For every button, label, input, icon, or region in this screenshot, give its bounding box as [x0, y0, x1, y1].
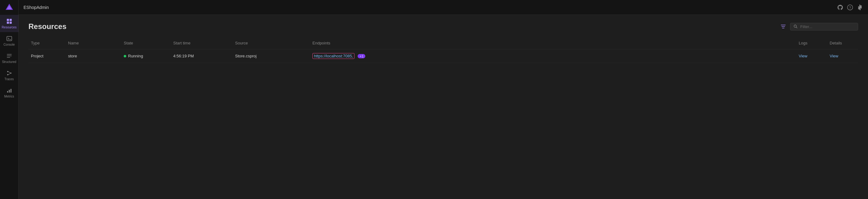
table-header: Type Name State Start time Source Endpoi…	[28, 37, 858, 49]
col-name: Name	[66, 39, 121, 47]
cell-name: store	[66, 52, 121, 59]
filter-input[interactable]	[800, 25, 855, 29]
svg-line-14	[8, 72, 10, 73]
svg-point-12	[10, 73, 11, 74]
search-icon	[794, 25, 798, 29]
github-icon[interactable]	[837, 4, 843, 10]
col-source: Source	[232, 39, 310, 47]
content-area: Resources	[19, 15, 868, 199]
status-dot	[124, 55, 126, 57]
filter-toggle-button[interactable]	[779, 22, 787, 31]
cell-logs: View	[796, 52, 827, 59]
table-row: Project store Running 4:56:19 PM Store.c…	[28, 49, 858, 63]
resources-table: Type Name State Start time Source Endpoi…	[28, 37, 858, 63]
topbar: EShopAdmin ?	[19, 0, 868, 15]
col-endpoints: Endpoints	[310, 39, 796, 47]
sidebar-item-structured[interactable]: Structured	[0, 49, 19, 67]
svg-rect-17	[9, 90, 9, 92]
sidebar-item-metrics-label: Metrics	[4, 95, 14, 98]
svg-point-13	[7, 74, 8, 75]
page-title: Resources	[28, 22, 66, 31]
col-state: State	[121, 39, 171, 47]
cell-endpoints: https://localhost:7085, +1	[310, 52, 796, 60]
help-icon[interactable]: ?	[847, 4, 853, 10]
svg-rect-2	[7, 19, 9, 21]
status-label: Running	[128, 54, 143, 58]
logs-view-link[interactable]: View	[799, 54, 807, 58]
settings-icon[interactable]	[857, 4, 863, 10]
endpoint-badge[interactable]: +1	[358, 54, 365, 58]
header-actions	[779, 22, 858, 31]
svg-rect-18	[10, 89, 11, 92]
svg-rect-5	[9, 22, 12, 24]
svg-rect-4	[7, 22, 9, 24]
cell-start-time: 4:56:19 PM	[171, 52, 232, 59]
main-area: EShopAdmin ?	[19, 0, 868, 199]
svg-text:?: ?	[849, 6, 851, 9]
svg-point-11	[7, 71, 8, 72]
col-details: Details	[827, 39, 858, 47]
page-header: Resources	[28, 22, 858, 31]
cell-source: Store.csproj	[232, 52, 310, 59]
svg-rect-6	[7, 36, 12, 41]
cell-type: Project	[28, 52, 66, 59]
sidebar-item-metrics[interactable]: Metrics	[0, 84, 19, 101]
endpoint-link-wrapper: https://localhost:7085,	[312, 53, 354, 59]
topbar-left: EShopAdmin	[19, 5, 49, 10]
sidebar-item-resources[interactable]: Resources	[0, 15, 19, 32]
filter-input-wrapper	[790, 23, 858, 31]
svg-point-24	[794, 25, 797, 28]
svg-line-15	[8, 73, 10, 75]
status-running: Running	[124, 54, 168, 58]
app-logo[interactable]	[0, 0, 19, 15]
cell-details: View	[827, 52, 858, 59]
svg-rect-16	[7, 91, 8, 92]
svg-line-25	[796, 27, 798, 28]
sidebar-item-traces-label: Traces	[4, 77, 13, 81]
cell-state: Running	[121, 52, 171, 59]
svg-rect-3	[9, 19, 12, 21]
col-logs: Logs	[796, 39, 827, 47]
sidebar: Resources Console Structured Traces	[0, 0, 19, 199]
col-type: Type	[28, 39, 66, 47]
app-title: EShopAdmin	[24, 5, 49, 10]
endpoint-link[interactable]: https://localhost:7085,	[314, 54, 353, 58]
endpoint-cell: https://localhost:7085, +1	[312, 53, 794, 59]
topbar-right: ?	[837, 4, 863, 10]
sidebar-item-structured-label: Structured	[2, 60, 16, 64]
col-start-time: Start time	[171, 39, 232, 47]
sidebar-item-console[interactable]: Console	[0, 32, 19, 49]
sidebar-item-resources-label: Resources	[2, 26, 17, 29]
details-view-link[interactable]: View	[830, 54, 838, 58]
sidebar-item-console-label: Console	[3, 43, 15, 46]
sidebar-item-traces[interactable]: Traces	[0, 67, 19, 84]
